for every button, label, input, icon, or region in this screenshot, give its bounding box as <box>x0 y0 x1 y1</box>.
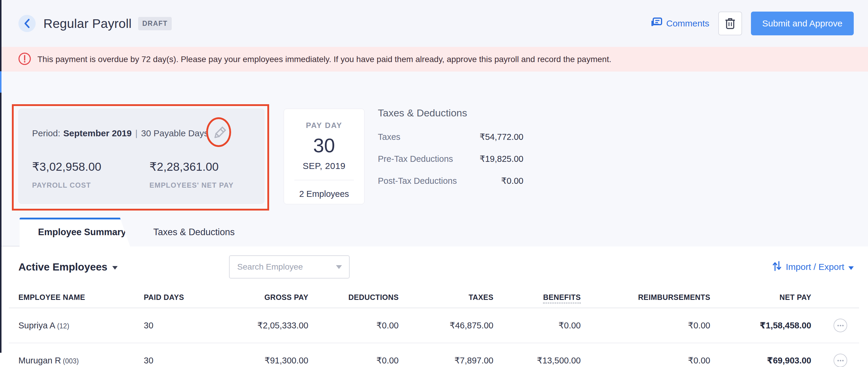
benefits-cell: ₹13,500.00 <box>493 356 581 366</box>
payroll-cost-label: PAYROLL COST <box>32 181 130 190</box>
taxes-summary-title: Taxes & Deductions <box>378 107 523 119</box>
employee-id: (003) <box>63 357 79 365</box>
status-badge: DRAFT <box>138 17 172 30</box>
pretax-deductions-label: Pre-Tax Deductions <box>378 154 453 164</box>
net-pay-cell: ₹69,903.00 <box>710 356 811 366</box>
payday-day: 30 <box>284 134 364 157</box>
import-export-label: Import / Export <box>786 262 844 272</box>
row-actions-button[interactable] <box>834 319 847 332</box>
payday-employees-count: 2 Employees <box>284 189 364 199</box>
alert-message: This payment is overdue by 72 day(s). Pl… <box>37 55 611 64</box>
import-export-button[interactable]: Import / Export <box>772 260 854 274</box>
filter-row: Active Employees Search Employee Import … <box>0 246 868 287</box>
delete-button[interactable] <box>718 11 742 35</box>
employee-name-link[interactable]: Supriya A <box>19 321 55 330</box>
page-header: Regular Payroll DRAFT Comments <box>0 0 868 47</box>
search-employee-placeholder: Search Employee <box>237 262 303 272</box>
row-actions-button[interactable] <box>834 354 847 367</box>
payday-month-year: SEP, 2019 <box>284 161 364 171</box>
taxes-cell: ₹7,897.00 <box>399 356 493 366</box>
period-label: Period: <box>32 128 60 138</box>
payday-label: PAY DAY <box>284 121 364 130</box>
payroll-summary-section: Period: September 2019 | 30 Payable Days <box>0 72 868 218</box>
posttax-deductions-label: Post-Tax Deductions <box>378 176 457 186</box>
back-button[interactable] <box>19 15 36 32</box>
taxes-value: ₹54,772.00 <box>480 132 523 142</box>
paid-days-cell: 30 <box>144 356 194 366</box>
col-reimbursements: REIMBURSEMENTS <box>581 293 710 302</box>
tab-taxes-deductions[interactable]: Taxes & Deductions <box>153 218 235 246</box>
payday-divider <box>294 180 354 180</box>
employee-status-filter[interactable]: Active Employees <box>19 261 118 273</box>
deductions-cell: ₹0.00 <box>308 321 399 331</box>
col-taxes: TAXES <box>399 293 493 302</box>
col-paid-days: PAID DAYS <box>144 293 194 302</box>
gross-pay-cell: ₹2,05,333.00 <box>194 321 308 331</box>
taxes-cell: ₹46,875.00 <box>399 321 493 331</box>
net-pay-cell: ₹1,58,458.00 <box>710 321 811 331</box>
deductions-cell: ₹0.00 <box>308 356 399 366</box>
chevron-down-icon <box>112 266 118 270</box>
comments-icon <box>651 16 663 31</box>
col-net-pay: NET PAY <box>710 293 811 302</box>
tab-employee-summary[interactable]: Employee Summary <box>20 218 130 246</box>
chevron-down-icon <box>848 266 854 270</box>
alert-exclamation-icon <box>18 52 31 67</box>
reimbursements-cell: ₹0.00 <box>581 356 710 366</box>
pretax-deductions-value: ₹19,825.00 <box>480 154 523 164</box>
employees-net-pay-value: ₹2,28,361.00 <box>149 160 234 173</box>
col-gross-pay: GROSS PAY <box>194 293 308 302</box>
overdue-alert-banner: This payment is overdue by 72 day(s). Pl… <box>0 47 868 72</box>
col-employee-name: EMPLOYEE NAME <box>19 293 144 302</box>
taxes-deductions-summary: Taxes & Deductions Taxes ₹54,772.00 Pre-… <box>378 107 523 198</box>
payday-card: PAY DAY 30 SEP, 2019 2 Employees <box>284 109 365 204</box>
employee-id: (12) <box>57 322 69 330</box>
taxes-label: Taxes <box>378 132 400 142</box>
trash-icon <box>725 17 736 30</box>
comments-label: Comments <box>666 19 709 29</box>
edit-period-button[interactable] <box>211 125 227 142</box>
table-row: Supriya A(12) 30 ₹2,05,333.00 ₹0.00 ₹46,… <box>9 308 859 343</box>
taxes-summary-row: Pre-Tax Deductions ₹19,825.00 <box>378 154 523 164</box>
comments-button[interactable]: Comments <box>651 16 709 31</box>
period-separator: | <box>135 128 137 138</box>
select-caret-icon <box>336 265 342 269</box>
pencil-icon <box>211 138 227 142</box>
page-title: Regular Payroll <box>43 16 132 31</box>
left-rail-indicator <box>0 71 1 93</box>
payroll-cost-value: ₹3,02,958.00 <box>32 160 130 173</box>
posttax-deductions-value: ₹0.00 <box>501 176 523 186</box>
col-deductions: DEDUCTIONS <box>308 293 399 302</box>
taxes-summary-row: Taxes ₹54,772.00 <box>378 132 523 142</box>
table-row: Murugan R(003) 30 ₹91,300.00 ₹0.00 ₹7,89… <box>9 343 859 367</box>
period-card: Period: September 2019 | 30 Payable Days <box>19 109 265 204</box>
tab-baseline <box>0 246 20 246</box>
employee-name-link[interactable]: Murugan R <box>19 356 61 365</box>
import-export-icon <box>772 260 781 274</box>
chevron-left-icon <box>24 19 30 29</box>
col-benefits: BENEFITS <box>493 293 581 302</box>
gross-pay-cell: ₹91,300.00 <box>194 356 308 366</box>
reimbursements-cell: ₹0.00 <box>581 321 710 331</box>
employee-table: EMPLOYEE NAME PAID DAYS GROSS PAY DEDUCT… <box>9 287 859 367</box>
submit-and-approve-button[interactable]: Submit and Approve <box>751 11 854 35</box>
employee-filter-label: Active Employees <box>19 261 107 273</box>
benefits-cell: ₹0.00 <box>493 321 581 331</box>
paid-days-cell: 30 <box>144 321 194 331</box>
search-employee-select[interactable]: Search Employee <box>229 255 350 278</box>
left-rail <box>0 0 1 353</box>
employees-net-pay-label: EMPLOYEES' NET PAY <box>149 181 234 190</box>
payable-days: 30 Payable Days <box>141 128 209 138</box>
tab-bar: Employee Summary Taxes & Deductions <box>0 218 868 246</box>
taxes-summary-row: Post-Tax Deductions ₹0.00 <box>378 176 523 186</box>
employee-summary-panel: Active Employees Search Employee Import … <box>0 246 868 367</box>
table-header-row: EMPLOYEE NAME PAID DAYS GROSS PAY DEDUCT… <box>9 287 859 308</box>
period-value: September 2019 <box>63 128 132 138</box>
